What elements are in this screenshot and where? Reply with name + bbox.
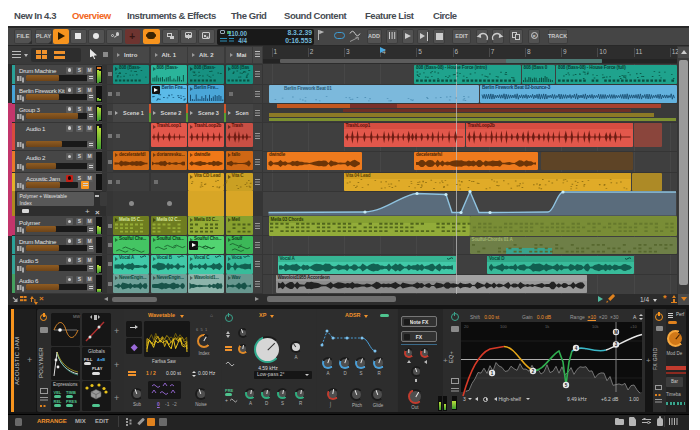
svg-text:M: M bbox=[614, 330, 618, 335]
